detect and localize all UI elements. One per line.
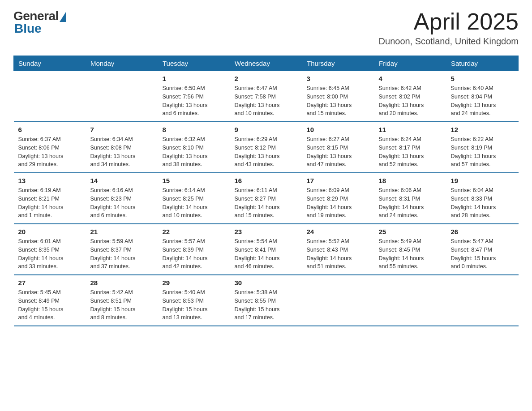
day-info: Sunrise: 5:38 AM Sunset: 8:55 PM Dayligh…	[235, 288, 298, 322]
calendar-cell: 15Sunrise: 6:14 AM Sunset: 8:25 PM Dayli…	[158, 173, 230, 224]
logo-blue-text: Blue	[14, 21, 42, 36]
day-info: Sunrise: 6:47 AM Sunset: 7:58 PM Dayligh…	[235, 84, 298, 118]
day-number: 29	[163, 279, 226, 287]
calendar-cell: 9Sunrise: 6:29 AM Sunset: 8:12 PM Daylig…	[230, 122, 302, 173]
weekday-header-friday: Friday	[374, 56, 446, 71]
day-number: 1	[163, 75, 226, 82]
day-info: Sunrise: 6:32 AM Sunset: 8:10 PM Dayligh…	[163, 135, 226, 169]
day-number: 30	[235, 279, 298, 287]
day-number: 25	[379, 228, 442, 235]
title-section: April 2025 Dunoon, Scotland, United King…	[379, 9, 519, 47]
day-number: 26	[451, 228, 514, 235]
day-info: Sunrise: 6:16 AM Sunset: 8:23 PM Dayligh…	[90, 186, 154, 220]
calendar-cell: 14Sunrise: 6:16 AM Sunset: 8:23 PM Dayli…	[86, 173, 158, 224]
calendar-cell: 30Sunrise: 5:38 AM Sunset: 8:55 PM Dayli…	[230, 275, 302, 326]
day-number: 3	[307, 75, 370, 82]
day-info: Sunrise: 6:04 AM Sunset: 8:33 PM Dayligh…	[451, 186, 514, 220]
day-number: 13	[18, 177, 82, 184]
calendar-cell: 24Sunrise: 5:52 AM Sunset: 8:43 PM Dayli…	[302, 224, 374, 275]
day-info: Sunrise: 6:50 AM Sunset: 7:56 PM Dayligh…	[163, 84, 226, 118]
weekday-header-wednesday: Wednesday	[230, 56, 302, 71]
calendar-week-row: 20Sunrise: 6:01 AM Sunset: 8:35 PM Dayli…	[14, 224, 519, 275]
day-number: 9	[235, 126, 298, 133]
calendar-week-row: 13Sunrise: 6:19 AM Sunset: 8:21 PM Dayli…	[14, 173, 519, 224]
calendar-week-row: 27Sunrise: 5:45 AM Sunset: 8:49 PM Dayli…	[14, 275, 519, 326]
calendar-cell: 28Sunrise: 5:42 AM Sunset: 8:51 PM Dayli…	[86, 275, 158, 326]
calendar-cell: 27Sunrise: 5:45 AM Sunset: 8:49 PM Dayli…	[14, 275, 86, 326]
calendar-cell: 1Sunrise: 6:50 AM Sunset: 7:56 PM Daylig…	[158, 71, 230, 122]
day-info: Sunrise: 5:45 AM Sunset: 8:49 PM Dayligh…	[18, 288, 82, 322]
calendar-header-row: SundayMondayTuesdayWednesdayThursdayFrid…	[14, 56, 519, 71]
day-number: 14	[90, 177, 154, 184]
day-number: 18	[379, 177, 442, 184]
calendar-week-row: 6Sunrise: 6:37 AM Sunset: 8:06 PM Daylig…	[14, 122, 519, 173]
day-number: 7	[90, 126, 154, 133]
calendar-cell: 10Sunrise: 6:27 AM Sunset: 8:15 PM Dayli…	[302, 122, 374, 173]
calendar-cell: 5Sunrise: 6:40 AM Sunset: 8:04 PM Daylig…	[446, 71, 519, 122]
day-info: Sunrise: 6:45 AM Sunset: 8:00 PM Dayligh…	[307, 84, 370, 118]
day-info: Sunrise: 5:47 AM Sunset: 8:47 PM Dayligh…	[451, 237, 514, 271]
calendar-cell: 6Sunrise: 6:37 AM Sunset: 8:06 PM Daylig…	[14, 122, 86, 173]
calendar-table: SundayMondayTuesdayWednesdayThursdayFrid…	[13, 56, 519, 326]
location-text: Dunoon, Scotland, United Kingdom	[379, 36, 519, 47]
calendar-cell: 13Sunrise: 6:19 AM Sunset: 8:21 PM Dayli…	[14, 173, 86, 224]
day-info: Sunrise: 5:54 AM Sunset: 8:41 PM Dayligh…	[235, 237, 298, 271]
day-info: Sunrise: 6:14 AM Sunset: 8:25 PM Dayligh…	[163, 186, 226, 220]
day-info: Sunrise: 5:42 AM Sunset: 8:51 PM Dayligh…	[90, 288, 154, 322]
day-number: 11	[379, 126, 442, 133]
day-number: 16	[235, 177, 298, 184]
day-info: Sunrise: 6:42 AM Sunset: 8:02 PM Dayligh…	[379, 84, 442, 118]
calendar-cell: 22Sunrise: 5:57 AM Sunset: 8:39 PM Dayli…	[158, 224, 230, 275]
day-number: 27	[18, 279, 82, 287]
day-info: Sunrise: 6:19 AM Sunset: 8:21 PM Dayligh…	[18, 186, 82, 220]
calendar-cell: 11Sunrise: 6:24 AM Sunset: 8:17 PM Dayli…	[374, 122, 446, 173]
day-info: Sunrise: 6:29 AM Sunset: 8:12 PM Dayligh…	[235, 135, 298, 169]
logo-triangle-icon	[60, 12, 66, 22]
day-info: Sunrise: 6:06 AM Sunset: 8:31 PM Dayligh…	[379, 186, 442, 220]
day-info: Sunrise: 6:37 AM Sunset: 8:06 PM Dayligh…	[18, 135, 82, 169]
calendar-cell: 19Sunrise: 6:04 AM Sunset: 8:33 PM Dayli…	[446, 173, 519, 224]
day-info: Sunrise: 6:40 AM Sunset: 8:04 PM Dayligh…	[451, 84, 514, 118]
calendar-cell: 4Sunrise: 6:42 AM Sunset: 8:02 PM Daylig…	[374, 71, 446, 122]
calendar-cell	[446, 275, 519, 326]
day-number: 20	[18, 228, 82, 235]
calendar-cell: 23Sunrise: 5:54 AM Sunset: 8:41 PM Dayli…	[230, 224, 302, 275]
calendar-cell: 29Sunrise: 5:40 AM Sunset: 8:53 PM Dayli…	[158, 275, 230, 326]
day-number: 4	[379, 75, 442, 82]
day-info: Sunrise: 6:09 AM Sunset: 8:29 PM Dayligh…	[307, 186, 370, 220]
day-number: 2	[235, 75, 298, 82]
calendar-cell: 25Sunrise: 5:49 AM Sunset: 8:45 PM Dayli…	[374, 224, 446, 275]
calendar-cell	[86, 71, 158, 122]
day-info: Sunrise: 6:24 AM Sunset: 8:17 PM Dayligh…	[379, 135, 442, 169]
day-info: Sunrise: 6:11 AM Sunset: 8:27 PM Dayligh…	[235, 186, 298, 220]
day-number: 24	[307, 228, 370, 235]
day-number: 10	[307, 126, 370, 133]
logo: General Blue	[13, 9, 66, 36]
day-info: Sunrise: 6:27 AM Sunset: 8:15 PM Dayligh…	[307, 135, 370, 169]
day-number: 6	[18, 126, 82, 133]
calendar-cell: 8Sunrise: 6:32 AM Sunset: 8:10 PM Daylig…	[158, 122, 230, 173]
day-number: 23	[235, 228, 298, 235]
weekday-header-saturday: Saturday	[446, 56, 519, 71]
day-info: Sunrise: 5:52 AM Sunset: 8:43 PM Dayligh…	[307, 237, 370, 271]
calendar-cell: 7Sunrise: 6:34 AM Sunset: 8:08 PM Daylig…	[86, 122, 158, 173]
day-info: Sunrise: 6:01 AM Sunset: 8:35 PM Dayligh…	[18, 237, 82, 271]
day-number: 5	[451, 75, 514, 82]
calendar-cell: 21Sunrise: 5:59 AM Sunset: 8:37 PM Dayli…	[86, 224, 158, 275]
day-number: 12	[451, 126, 514, 133]
calendar-cell: 26Sunrise: 5:47 AM Sunset: 8:47 PM Dayli…	[446, 224, 519, 275]
day-info: Sunrise: 5:57 AM Sunset: 8:39 PM Dayligh…	[163, 237, 226, 271]
calendar-cell: 12Sunrise: 6:22 AM Sunset: 8:19 PM Dayli…	[446, 122, 519, 173]
day-number: 22	[163, 228, 226, 235]
day-number: 17	[307, 177, 370, 184]
calendar-cell: 3Sunrise: 6:45 AM Sunset: 8:00 PM Daylig…	[302, 71, 374, 122]
day-number: 8	[163, 126, 226, 133]
calendar-cell	[374, 275, 446, 326]
calendar-cell: 18Sunrise: 6:06 AM Sunset: 8:31 PM Dayli…	[374, 173, 446, 224]
day-info: Sunrise: 5:49 AM Sunset: 8:45 PM Dayligh…	[379, 237, 442, 271]
weekday-header-sunday: Sunday	[14, 56, 86, 71]
calendar-cell: 17Sunrise: 6:09 AM Sunset: 8:29 PM Dayli…	[302, 173, 374, 224]
day-number: 19	[451, 177, 514, 184]
weekday-header-monday: Monday	[86, 56, 158, 71]
day-info: Sunrise: 5:59 AM Sunset: 8:37 PM Dayligh…	[90, 237, 154, 271]
